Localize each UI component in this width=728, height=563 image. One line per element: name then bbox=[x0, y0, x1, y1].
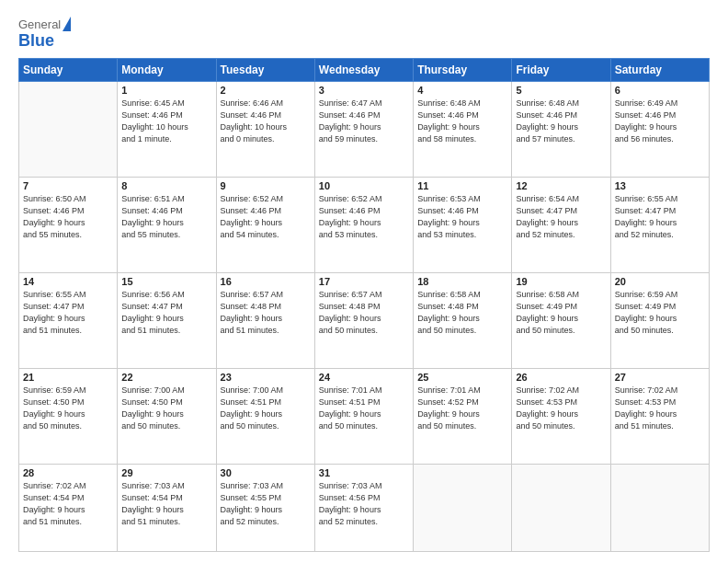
calendar-week-row: 28Sunrise: 7:02 AM Sunset: 4:54 PM Dayli… bbox=[19, 464, 710, 551]
calendar-header-row: SundayMondayTuesdayWednesdayThursdayFrid… bbox=[19, 59, 710, 82]
day-info: Sunrise: 7:02 AM Sunset: 4:53 PM Dayligh… bbox=[615, 385, 705, 432]
calendar-cell: 29Sunrise: 7:03 AM Sunset: 4:54 PM Dayli… bbox=[118, 464, 216, 551]
calendar-week-row: 1Sunrise: 6:45 AM Sunset: 4:46 PM Daylig… bbox=[19, 82, 710, 178]
calendar-cell: 18Sunrise: 6:58 AM Sunset: 4:48 PM Dayli… bbox=[414, 272, 512, 368]
calendar-cell: 24Sunrise: 7:01 AM Sunset: 4:51 PM Dayli… bbox=[314, 368, 413, 464]
day-info: Sunrise: 6:53 AM Sunset: 4:46 PM Dayligh… bbox=[417, 193, 507, 241]
day-number: 30 bbox=[221, 467, 311, 478]
day-info: Sunrise: 6:46 AM Sunset: 4:46 PM Dayligh… bbox=[221, 98, 311, 145]
day-info: Sunrise: 6:52 AM Sunset: 4:46 PM Dayligh… bbox=[319, 193, 409, 241]
day-info: Sunrise: 6:57 AM Sunset: 4:48 PM Dayligh… bbox=[319, 289, 409, 337]
day-number: 7 bbox=[23, 180, 113, 191]
day-info: Sunrise: 7:02 AM Sunset: 4:53 PM Dayligh… bbox=[516, 385, 606, 432]
day-number: 2 bbox=[221, 85, 311, 96]
day-number: 14 bbox=[23, 276, 113, 287]
day-info: Sunrise: 6:59 AM Sunset: 4:50 PM Dayligh… bbox=[23, 385, 113, 432]
day-info: Sunrise: 6:52 AM Sunset: 4:46 PM Dayligh… bbox=[221, 193, 311, 241]
calendar-cell: 17Sunrise: 6:57 AM Sunset: 4:48 PM Dayli… bbox=[314, 272, 413, 368]
day-number: 8 bbox=[121, 180, 211, 191]
col-header-tuesday: Tuesday bbox=[216, 59, 314, 82]
day-number: 23 bbox=[221, 372, 311, 383]
day-info: Sunrise: 6:55 AM Sunset: 4:47 PM Dayligh… bbox=[615, 193, 705, 241]
calendar-cell bbox=[610, 464, 709, 551]
calendar-week-row: 21Sunrise: 6:59 AM Sunset: 4:50 PM Dayli… bbox=[19, 368, 710, 464]
day-number: 6 bbox=[615, 85, 705, 96]
calendar-cell: 31Sunrise: 7:03 AM Sunset: 4:56 PM Dayli… bbox=[314, 464, 413, 551]
col-header-thursday: Thursday bbox=[414, 59, 512, 82]
day-info: Sunrise: 6:58 AM Sunset: 4:49 PM Dayligh… bbox=[516, 289, 606, 337]
day-info: Sunrise: 7:01 AM Sunset: 4:52 PM Dayligh… bbox=[417, 385, 507, 432]
logo-blue: Blue bbox=[18, 32, 71, 49]
day-number: 15 bbox=[121, 276, 211, 287]
calendar-cell: 26Sunrise: 7:02 AM Sunset: 4:53 PM Dayli… bbox=[512, 368, 610, 464]
calendar-cell: 20Sunrise: 6:59 AM Sunset: 4:49 PM Dayli… bbox=[610, 272, 709, 368]
day-number: 3 bbox=[319, 85, 409, 96]
day-number: 18 bbox=[417, 276, 507, 287]
calendar-cell: 11Sunrise: 6:53 AM Sunset: 4:46 PM Dayli… bbox=[414, 177, 512, 272]
day-number: 13 bbox=[615, 180, 705, 191]
col-header-sunday: Sunday bbox=[19, 59, 118, 82]
day-number: 31 bbox=[319, 467, 409, 478]
calendar-cell: 25Sunrise: 7:01 AM Sunset: 4:52 PM Dayli… bbox=[414, 368, 512, 464]
day-number: 29 bbox=[121, 467, 211, 478]
col-header-wednesday: Wednesday bbox=[314, 59, 413, 82]
calendar-cell: 19Sunrise: 6:58 AM Sunset: 4:49 PM Dayli… bbox=[512, 272, 610, 368]
calendar-cell: 12Sunrise: 6:54 AM Sunset: 4:47 PM Dayli… bbox=[512, 177, 610, 272]
day-number: 28 bbox=[23, 467, 113, 478]
day-number: 16 bbox=[221, 276, 311, 287]
day-number: 21 bbox=[23, 372, 113, 383]
day-number: 9 bbox=[221, 180, 311, 191]
calendar-cell: 4Sunrise: 6:48 AM Sunset: 4:46 PM Daylig… bbox=[414, 82, 512, 178]
day-number: 17 bbox=[319, 276, 409, 287]
day-number: 24 bbox=[319, 372, 409, 383]
calendar-cell: 7Sunrise: 6:50 AM Sunset: 4:46 PM Daylig… bbox=[19, 177, 118, 272]
day-number: 11 bbox=[417, 180, 507, 191]
day-number: 12 bbox=[516, 180, 606, 191]
day-info: Sunrise: 6:57 AM Sunset: 4:48 PM Dayligh… bbox=[221, 289, 311, 337]
calendar-cell: 14Sunrise: 6:55 AM Sunset: 4:47 PM Dayli… bbox=[19, 272, 118, 368]
day-info: Sunrise: 7:03 AM Sunset: 4:54 PM Dayligh… bbox=[121, 480, 211, 528]
calendar-cell: 22Sunrise: 7:00 AM Sunset: 4:50 PM Dayli… bbox=[118, 368, 216, 464]
calendar-cell: 10Sunrise: 6:52 AM Sunset: 4:46 PM Dayli… bbox=[314, 177, 413, 272]
calendar-cell: 9Sunrise: 6:52 AM Sunset: 4:46 PM Daylig… bbox=[216, 177, 314, 272]
day-number: 4 bbox=[417, 85, 507, 96]
day-info: Sunrise: 6:58 AM Sunset: 4:48 PM Dayligh… bbox=[417, 289, 507, 337]
day-info: Sunrise: 6:59 AM Sunset: 4:49 PM Dayligh… bbox=[615, 289, 705, 337]
calendar-cell: 3Sunrise: 6:47 AM Sunset: 4:46 PM Daylig… bbox=[314, 82, 413, 178]
calendar-cell: 8Sunrise: 6:51 AM Sunset: 4:46 PM Daylig… bbox=[118, 177, 216, 272]
calendar-cell: 21Sunrise: 6:59 AM Sunset: 4:50 PM Dayli… bbox=[19, 368, 118, 464]
day-info: Sunrise: 7:03 AM Sunset: 4:56 PM Dayligh… bbox=[319, 480, 409, 528]
logo-general: General bbox=[18, 17, 61, 32]
calendar-cell: 6Sunrise: 6:49 AM Sunset: 4:46 PM Daylig… bbox=[610, 82, 709, 178]
header: General Blue bbox=[18, 17, 710, 49]
day-info: Sunrise: 7:00 AM Sunset: 4:51 PM Dayligh… bbox=[221, 385, 311, 432]
calendar-cell: 1Sunrise: 6:45 AM Sunset: 4:46 PM Daylig… bbox=[118, 82, 216, 178]
calendar-cell bbox=[512, 464, 610, 551]
day-info: Sunrise: 6:54 AM Sunset: 4:47 PM Dayligh… bbox=[516, 193, 606, 241]
calendar-cell: 16Sunrise: 6:57 AM Sunset: 4:48 PM Dayli… bbox=[216, 272, 314, 368]
day-info: Sunrise: 6:56 AM Sunset: 4:47 PM Dayligh… bbox=[121, 289, 211, 337]
day-info: Sunrise: 6:51 AM Sunset: 4:46 PM Dayligh… bbox=[121, 193, 211, 241]
day-number: 27 bbox=[615, 372, 705, 383]
calendar-cell bbox=[19, 82, 118, 178]
day-info: Sunrise: 6:48 AM Sunset: 4:46 PM Dayligh… bbox=[417, 98, 507, 145]
calendar-table: SundayMondayTuesdayWednesdayThursdayFrid… bbox=[18, 58, 710, 552]
calendar-week-row: 7Sunrise: 6:50 AM Sunset: 4:46 PM Daylig… bbox=[19, 177, 710, 272]
day-info: Sunrise: 7:03 AM Sunset: 4:55 PM Dayligh… bbox=[221, 480, 311, 528]
calendar-cell: 23Sunrise: 7:00 AM Sunset: 4:51 PM Dayli… bbox=[216, 368, 314, 464]
calendar-week-row: 14Sunrise: 6:55 AM Sunset: 4:47 PM Dayli… bbox=[19, 272, 710, 368]
day-info: Sunrise: 6:50 AM Sunset: 4:46 PM Dayligh… bbox=[23, 193, 113, 241]
day-info: Sunrise: 6:49 AM Sunset: 4:46 PM Dayligh… bbox=[615, 98, 705, 145]
day-info: Sunrise: 6:47 AM Sunset: 4:46 PM Dayligh… bbox=[319, 98, 409, 145]
calendar-cell: 15Sunrise: 6:56 AM Sunset: 4:47 PM Dayli… bbox=[118, 272, 216, 368]
day-info: Sunrise: 6:48 AM Sunset: 4:46 PM Dayligh… bbox=[516, 98, 606, 145]
day-info: Sunrise: 7:00 AM Sunset: 4:50 PM Dayligh… bbox=[121, 385, 211, 432]
calendar-cell: 28Sunrise: 7:02 AM Sunset: 4:54 PM Dayli… bbox=[19, 464, 118, 551]
day-number: 10 bbox=[319, 180, 409, 191]
day-number: 25 bbox=[417, 372, 507, 383]
calendar-cell: 5Sunrise: 6:48 AM Sunset: 4:46 PM Daylig… bbox=[512, 82, 610, 178]
day-info: Sunrise: 6:45 AM Sunset: 4:46 PM Dayligh… bbox=[121, 98, 211, 145]
page: General Blue SundayMondayTuesdayWednesda… bbox=[0, 0, 728, 563]
col-header-saturday: Saturday bbox=[610, 59, 709, 82]
calendar-cell: 27Sunrise: 7:02 AM Sunset: 4:53 PM Dayli… bbox=[610, 368, 709, 464]
